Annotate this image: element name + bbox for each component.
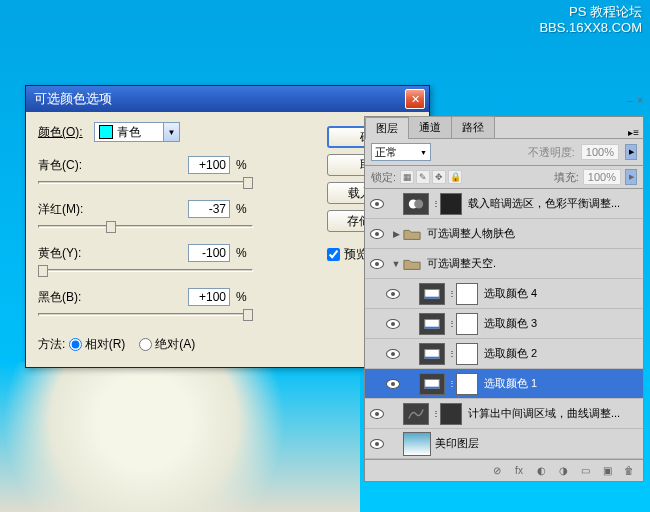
layer-row[interactable]: ⋮ 选取颜色 3	[365, 309, 643, 339]
black-slider[interactable]	[38, 308, 253, 322]
lock-all-icon[interactable]: 🔒	[448, 170, 462, 184]
eye-icon[interactable]	[386, 379, 400, 389]
expand-icon[interactable]: ▶	[389, 229, 403, 239]
layer-row[interactable]: ⋮ 选取颜色 4	[365, 279, 643, 309]
layer-row[interactable]: ⋮ 载入暗调选区，色彩平衡调整...	[365, 189, 643, 219]
svg-rect-7	[425, 356, 439, 358]
layer-group-row[interactable]: ▶ 可选调整人物肤色	[365, 219, 643, 249]
panel-menu-icon[interactable]: ▸≡	[494, 127, 643, 138]
opacity-label: 不透明度:	[528, 145, 575, 160]
cyan-slider[interactable]	[38, 176, 253, 190]
yellow-label: 黄色(Y):	[38, 245, 98, 262]
method-absolute[interactable]: 绝对(A)	[139, 336, 195, 353]
adjustment-thumb	[419, 283, 445, 305]
minimize-icon[interactable]: –	[628, 95, 634, 106]
adjustment-thumb	[419, 343, 445, 365]
fill-label: 填充:	[554, 170, 579, 185]
mask-thumb	[440, 193, 462, 215]
mask-thumb	[440, 403, 462, 425]
adjustment-thumb	[403, 193, 429, 215]
eye-icon[interactable]	[370, 259, 384, 269]
eye-icon[interactable]	[370, 199, 384, 209]
layers-panel: –× 图层 通道 路径 ▸≡ 正常▼ 不透明度: 100% ▶ 锁定: ▦ ✎ …	[364, 116, 644, 482]
adjustment-thumb	[403, 403, 429, 425]
tab-channels[interactable]: 通道	[408, 116, 452, 138]
layer-row[interactable]: ⋮ 计算出中间调区域，曲线调整...	[365, 399, 643, 429]
group-icon[interactable]: ▭	[577, 465, 593, 476]
layer-row[interactable]: 美印图层	[365, 429, 643, 459]
lock-label: 锁定:	[371, 170, 396, 185]
method-label: 方法:	[38, 336, 65, 353]
watermark: PS 教程论坛 BBS.16XX8.COM	[539, 4, 642, 35]
black-label: 黑色(B):	[38, 289, 98, 306]
yellow-slider[interactable]	[38, 264, 253, 278]
yellow-input[interactable]	[188, 244, 230, 262]
lock-transparent-icon[interactable]: ▦	[400, 170, 414, 184]
magenta-input[interactable]	[188, 200, 230, 218]
background-photo	[0, 362, 360, 512]
adjustment-thumb	[419, 313, 445, 335]
lock-paint-icon[interactable]: ✎	[416, 170, 430, 184]
layer-thumb	[403, 432, 431, 456]
adjustment-thumb	[419, 373, 445, 395]
cyan-input[interactable]	[188, 156, 230, 174]
fill-value[interactable]: 100%	[583, 169, 621, 185]
layer-row-selected[interactable]: ⋮ 选取颜色 1	[365, 369, 643, 399]
layer-row[interactable]: ⋮ 选取颜色 2	[365, 339, 643, 369]
tab-paths[interactable]: 路径	[451, 116, 495, 138]
color-swatch	[99, 125, 113, 139]
svg-rect-9	[425, 386, 439, 388]
lock-move-icon[interactable]: ✥	[432, 170, 446, 184]
close-button[interactable]: ✕	[405, 89, 425, 109]
svg-rect-3	[425, 296, 439, 298]
eye-icon[interactable]	[386, 319, 400, 329]
layers-list: ⋮ 载入暗调选区，色彩平衡调整... ▶ 可选调整人物肤色 ▼ 可选调整天空. …	[365, 189, 643, 459]
magenta-slider[interactable]	[38, 220, 253, 234]
eye-icon[interactable]	[370, 439, 384, 449]
svg-rect-5	[425, 326, 439, 328]
collapse-icon[interactable]: ▼	[389, 259, 403, 269]
close-panel-icon[interactable]: ×	[637, 95, 643, 106]
layer-group-row[interactable]: ▼ 可选调整天空.	[365, 249, 643, 279]
mask-thumb	[456, 313, 478, 335]
magenta-label: 洋红(M):	[38, 201, 98, 218]
panel-footer: ⊘ fx ◐ ◑ ▭ ▣ 🗑	[365, 459, 643, 481]
folder-icon	[403, 257, 421, 271]
opacity-value[interactable]: 100%	[581, 144, 619, 160]
fx-icon[interactable]: fx	[511, 465, 527, 476]
mask-thumb	[456, 283, 478, 305]
panel-controls: –×	[628, 95, 643, 106]
eye-icon[interactable]	[370, 229, 384, 239]
eye-icon[interactable]	[370, 409, 384, 419]
svg-point-1	[414, 199, 423, 208]
color-dropdown[interactable]: 青色 ▼	[94, 122, 180, 142]
new-layer-icon[interactable]: ▣	[599, 465, 615, 476]
eye-icon[interactable]	[386, 349, 400, 359]
black-input[interactable]	[188, 288, 230, 306]
mask-icon[interactable]: ◐	[533, 465, 549, 476]
trash-icon[interactable]: 🗑	[621, 465, 637, 476]
adjustment-icon[interactable]: ◑	[555, 465, 571, 476]
mask-thumb	[456, 373, 478, 395]
mask-thumb	[456, 343, 478, 365]
fill-arrow-icon[interactable]: ▶	[625, 169, 637, 185]
chevron-down-icon[interactable]: ▼	[163, 123, 179, 141]
eye-icon[interactable]	[386, 289, 400, 299]
blend-mode-dropdown[interactable]: 正常▼	[371, 143, 431, 161]
tab-layers[interactable]: 图层	[365, 117, 409, 139]
cyan-label: 青色(C):	[38, 157, 98, 174]
method-relative[interactable]: 相对(R)	[69, 336, 126, 353]
titlebar[interactable]: 可选颜色选项 ✕	[26, 86, 429, 112]
dialog-title: 可选颜色选项	[34, 90, 405, 108]
link-layers-icon[interactable]: ⊘	[489, 465, 505, 476]
opacity-arrow-icon[interactable]: ▶	[625, 144, 637, 160]
color-label: 颜色(O):	[38, 124, 94, 141]
folder-icon	[403, 227, 421, 241]
